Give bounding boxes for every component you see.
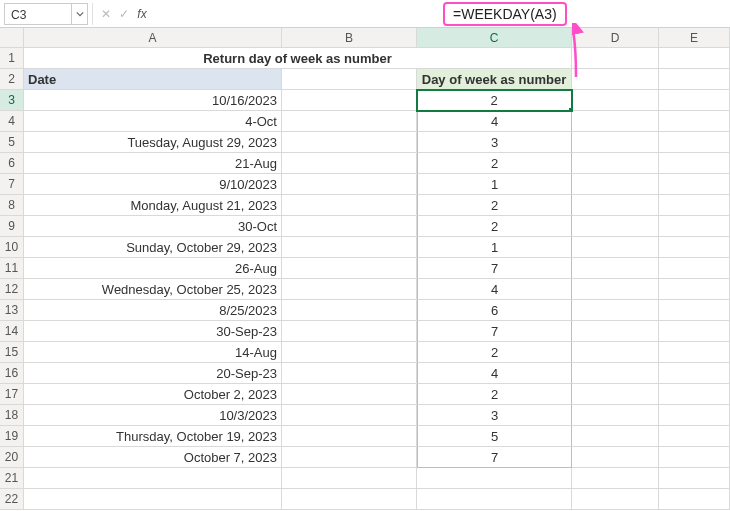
row-head-20[interactable]: 20 xyxy=(0,447,24,468)
cell-A11[interactable]: 26-Aug xyxy=(24,258,282,279)
cell-A12[interactable]: Wednesday, October 25, 2023 xyxy=(24,279,282,300)
cell-D8[interactable] xyxy=(572,195,659,216)
cell-D7[interactable] xyxy=(572,174,659,195)
cell-A8[interactable]: Monday, August 21, 2023 xyxy=(24,195,282,216)
row-head-2[interactable]: 2 xyxy=(0,69,24,90)
cell-E5[interactable] xyxy=(659,132,730,153)
cell-E17[interactable] xyxy=(659,384,730,405)
row-head-9[interactable]: 9 xyxy=(0,216,24,237)
name-box[interactable]: C3 xyxy=(4,3,72,25)
cell-B5[interactable] xyxy=(282,132,417,153)
row-head-16[interactable]: 16 xyxy=(0,363,24,384)
cell-B13[interactable] xyxy=(282,300,417,321)
row-head-11[interactable]: 11 xyxy=(0,258,24,279)
row-head-7[interactable]: 7 xyxy=(0,174,24,195)
cell-B22[interactable] xyxy=(282,489,417,510)
cell-C8[interactable]: 2 xyxy=(417,195,572,216)
row-head-21[interactable]: 21 xyxy=(0,468,24,489)
cell-E12[interactable] xyxy=(659,279,730,300)
cell-D17[interactable] xyxy=(572,384,659,405)
cell-E16[interactable] xyxy=(659,363,730,384)
cell-A13[interactable]: 8/25/2023 xyxy=(24,300,282,321)
row-head-4[interactable]: 4 xyxy=(0,111,24,132)
cell-E6[interactable] xyxy=(659,153,730,174)
cell-C5[interactable]: 3 xyxy=(417,132,572,153)
cell-B21[interactable] xyxy=(282,468,417,489)
cell-C15[interactable]: 2 xyxy=(417,342,572,363)
cell-A4[interactable]: 4-Oct xyxy=(24,111,282,132)
cell-B17[interactable] xyxy=(282,384,417,405)
row-head-14[interactable]: 14 xyxy=(0,321,24,342)
cell-A5[interactable]: Tuesday, August 29, 2023 xyxy=(24,132,282,153)
cell-E20[interactable] xyxy=(659,447,730,468)
row-head-1[interactable]: 1 xyxy=(0,48,24,69)
cell-C16[interactable]: 4 xyxy=(417,363,572,384)
cell-D14[interactable] xyxy=(572,321,659,342)
select-all-corner[interactable] xyxy=(0,28,24,48)
cell-D3[interactable] xyxy=(572,90,659,111)
row-head-19[interactable]: 19 xyxy=(0,426,24,447)
row-head-18[interactable]: 18 xyxy=(0,405,24,426)
cell-A18[interactable]: 10/3/2023 xyxy=(24,405,282,426)
cell-A16[interactable]: 20-Sep-23 xyxy=(24,363,282,384)
col-head-C[interactable]: C xyxy=(417,28,572,48)
cell-E10[interactable] xyxy=(659,237,730,258)
cell-E1[interactable] xyxy=(659,48,730,69)
cell-A17[interactable]: October 2, 2023 xyxy=(24,384,282,405)
cell-D19[interactable] xyxy=(572,426,659,447)
cell-E15[interactable] xyxy=(659,342,730,363)
cell-B3[interactable] xyxy=(282,90,417,111)
cell-A3[interactable]: 10/16/2023 xyxy=(24,90,282,111)
cell-D10[interactable] xyxy=(572,237,659,258)
row-head-12[interactable]: 12 xyxy=(0,279,24,300)
spreadsheet-grid[interactable]: ABCDE1Return day of week as number2DateD… xyxy=(0,28,730,510)
cell-C19[interactable]: 5 xyxy=(417,426,572,447)
cell-D6[interactable] xyxy=(572,153,659,174)
cell-B19[interactable] xyxy=(282,426,417,447)
header-date[interactable]: Date xyxy=(24,69,282,90)
cell-A6[interactable]: 21-Aug xyxy=(24,153,282,174)
cell-E13[interactable] xyxy=(659,300,730,321)
col-head-B[interactable]: B xyxy=(282,28,417,48)
fill-handle[interactable] xyxy=(568,107,572,111)
header-day-number[interactable]: Day of week as number xyxy=(417,69,572,90)
cell-E21[interactable] xyxy=(659,468,730,489)
cell-E18[interactable] xyxy=(659,405,730,426)
cell-C10[interactable]: 1 xyxy=(417,237,572,258)
cell-E14[interactable] xyxy=(659,321,730,342)
cell-B11[interactable] xyxy=(282,258,417,279)
cell-A14[interactable]: 30-Sep-23 xyxy=(24,321,282,342)
cell-B15[interactable] xyxy=(282,342,417,363)
cell-E22[interactable] xyxy=(659,489,730,510)
cell-A20[interactable]: October 7, 2023 xyxy=(24,447,282,468)
cell-B10[interactable] xyxy=(282,237,417,258)
row-head-17[interactable]: 17 xyxy=(0,384,24,405)
col-head-E[interactable]: E xyxy=(659,28,730,48)
fx-icon[interactable]: fx xyxy=(133,3,151,25)
cell-C9[interactable]: 2 xyxy=(417,216,572,237)
row-head-8[interactable]: 8 xyxy=(0,195,24,216)
cell-A21[interactable] xyxy=(24,468,282,489)
cell-C20[interactable]: 7 xyxy=(417,447,572,468)
cell-E2[interactable] xyxy=(659,69,730,90)
cell-C22[interactable] xyxy=(417,489,572,510)
cell-D9[interactable] xyxy=(572,216,659,237)
name-box-dropdown[interactable] xyxy=(72,3,88,25)
cell-E3[interactable] xyxy=(659,90,730,111)
col-head-A[interactable]: A xyxy=(24,28,282,48)
row-head-10[interactable]: 10 xyxy=(0,237,24,258)
row-head-5[interactable]: 5 xyxy=(0,132,24,153)
cell-B16[interactable] xyxy=(282,363,417,384)
cell-E9[interactable] xyxy=(659,216,730,237)
cell-D21[interactable] xyxy=(572,468,659,489)
row-head-6[interactable]: 6 xyxy=(0,153,24,174)
formula-input[interactable] xyxy=(151,3,730,25)
cell-C4[interactable]: 4 xyxy=(417,111,572,132)
cell-B9[interactable] xyxy=(282,216,417,237)
confirm-icon[interactable]: ✓ xyxy=(115,3,133,25)
cell-B18[interactable] xyxy=(282,405,417,426)
cell-A10[interactable]: Sunday, October 29, 2023 xyxy=(24,237,282,258)
cell-B7[interactable] xyxy=(282,174,417,195)
cell-C12[interactable]: 4 xyxy=(417,279,572,300)
cell-D22[interactable] xyxy=(572,489,659,510)
